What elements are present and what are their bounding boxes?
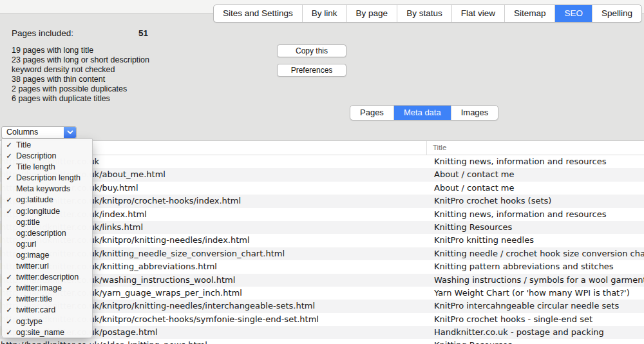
table-row[interactable]: http://handknitter.co.uk/knitpro/knittin… [0, 300, 644, 312]
columns-menu-item[interactable]: ✓ twitter:title [2, 294, 92, 305]
columns-menu-item[interactable]: ✓ og:image [2, 250, 92, 261]
table-row[interactable]: http://handknitter.co.uk/knitpro/crochet… [0, 195, 644, 207]
view-tab-label: SEO [564, 8, 583, 18]
summary-line: 2 pages with possible duplicates [12, 84, 256, 94]
columns-menu-item[interactable]: ✓ Meta keywords [2, 184, 92, 195]
table-row[interactable]: http://handknitter.co.uk/knitting_needle… [0, 247, 644, 260]
url-cell: http://handknitter.co.uk/older_knitting_… [0, 339, 428, 344]
table-row[interactable]: http://handknitter.co.uk/knitpro/crochet… [0, 313, 644, 326]
columns-menu-item-label: og:type [16, 316, 92, 327]
copy-this-button[interactable]: Copy this [277, 44, 346, 57]
columns-menu-item-label: og:title [16, 217, 92, 228]
table-row[interactable]: http://handknitter.co.uk/postage.html Ha… [0, 326, 644, 339]
columns-menu-item[interactable]: ✓ og:url [2, 239, 92, 250]
view-tab[interactable]: By link [302, 5, 346, 22]
columns-menu-item-label: og:longitude [16, 206, 92, 217]
seo-summary: Pages included: 51 19 pages with long ti… [12, 28, 256, 103]
summary-line: 23 pages with long or short description [12, 55, 256, 65]
columns-menu-item[interactable]: ✓ twitter:url [2, 261, 92, 272]
title-cell: Knitting Resources [428, 339, 644, 344]
table-row[interactable]: http://handknitter.co.uk/index.html Knit… [0, 208, 644, 221]
columns-menu-item[interactable]: ✓ og:latitude [2, 195, 92, 205]
columns-menu-item-label: og:site_name [16, 327, 92, 338]
view-tab[interactable]: SEO [554, 5, 592, 22]
columns-menu-item-label: Description [16, 151, 92, 162]
columns-menu-item[interactable]: ✓ og:description [2, 228, 92, 239]
table-row[interactable]: http://handknitter.co.uk/buy.html About … [0, 182, 644, 195]
view-tab-label: By status [406, 8, 442, 18]
columns-dropdown-button[interactable]: Columns [1, 126, 77, 139]
title-cell: Washing instructions / symbols for a woo… [428, 274, 644, 287]
checkmark-icon: ✓ [2, 283, 16, 294]
view-tab[interactable]: By page [346, 5, 397, 22]
columns-menu-item-label: Title [16, 140, 92, 151]
pages-included-label: Pages included: [12, 28, 73, 38]
data-view-tab-label: Pages [360, 108, 384, 117]
view-tab[interactable]: By status [397, 5, 451, 22]
view-tab-label: By page [356, 8, 388, 18]
columns-menu-item[interactable]: ✓ twitter:card [2, 305, 92, 316]
title-cell: Knitting news, information and resources [428, 155, 644, 168]
summary-line: 38 pages with thin content [12, 75, 256, 84]
columns-menu: ✓ Title ✓ Description ✓ Title length ✓ D… [1, 139, 93, 338]
data-view-tab-label: Meta data [404, 108, 441, 117]
checkmark-icon: ✓ [2, 327, 16, 338]
table-row[interactable]: http://handknitter.co.uk Knitting news, … [0, 155, 644, 168]
view-tab[interactable]: Flat view [451, 5, 504, 22]
data-view-tab[interactable]: Pages [350, 106, 393, 120]
table-row[interactable]: http://handknitter.co.uk/knitpro/knittin… [0, 234, 644, 247]
view-tab-label: Sitemap [514, 8, 546, 18]
table-row[interactable]: http://handknitter.co.uk/older_knitting_… [0, 339, 644, 344]
columns-menu-item[interactable]: ✓ og:type [2, 316, 92, 327]
view-tab[interactable]: Sites and Settings [214, 5, 302, 22]
summary-line: keyword density not checked [12, 65, 256, 75]
title-cell: KnitPro knitting needles [428, 234, 644, 247]
view-tabs: Sites and Settings By link By page By st… [213, 5, 642, 23]
title-column-header[interactable]: Title [427, 141, 644, 155]
checkmark-icon: ✓ [2, 151, 16, 162]
preferences-button[interactable]: Preferences [277, 64, 346, 77]
title-cell: Knitting news, information and resources [428, 208, 644, 221]
columns-menu-item[interactable]: ✓ twitter:image [2, 283, 92, 294]
data-view-tab[interactable]: Meta data [393, 106, 451, 120]
table-row[interactable]: http://handknitter.co.uk/yarn_guage_wrap… [0, 287, 644, 300]
columns-menu-item-label: twitter:image [16, 283, 92, 294]
checkmark-icon: ✓ [2, 195, 16, 205]
columns-menu-item[interactable]: ✓ Title length [2, 162, 92, 173]
columns-menu-item[interactable]: ✓ twitter:description [2, 272, 92, 283]
app-window: { "colors": { "accent_blue": "#3e82f7", … [0, 0, 644, 344]
columns-menu-item-label: og:url [16, 239, 92, 250]
view-tab[interactable]: Sitemap [504, 5, 555, 22]
summary-line: 19 pages with long title [12, 46, 256, 55]
table-row[interactable]: http://handknitter.co.uk/links.html Knit… [0, 221, 644, 234]
columns-menu-item[interactable]: ✓ Description [2, 151, 92, 162]
table-header: Title [0, 141, 644, 155]
columns-menu-item-label: twitter:url [16, 261, 92, 272]
columns-menu-item[interactable]: ✓ og:site_name [2, 327, 92, 338]
view-tab-label: Flat view [461, 8, 495, 18]
columns-menu-item[interactable]: ✓ og:longitude [2, 206, 92, 217]
columns-menu-item-label: Meta keywords [16, 184, 92, 195]
summary-line: 6 pages with duplicate titles [12, 94, 256, 104]
meta-data-table: Title http://handknitter.co.uk Knitting … [0, 140, 644, 344]
checkmark-icon: ✓ [2, 294, 16, 305]
title-cell: KnitPro crochet hooks - single-end set [428, 313, 644, 326]
columns-menu-item-label: Title length [16, 162, 92, 173]
title-cell: Knitting Resources [428, 221, 644, 234]
columns-menu-item[interactable]: ✓ Title [2, 140, 92, 151]
checkmark-icon: ✓ [2, 272, 16, 283]
checkmark-icon: ✓ [2, 305, 16, 316]
table-row[interactable]: http://handknitter.co.uk/knitting_abbrev… [0, 260, 644, 273]
table-row[interactable]: http://handknitter.co.uk/washing_instruc… [0, 274, 644, 287]
columns-menu-item[interactable]: ✓ Description length [2, 173, 92, 184]
checkmark-icon: ✓ [2, 140, 16, 151]
data-view-tab[interactable]: Images [451, 106, 498, 120]
data-view-tabs: Pages Meta data Images [350, 105, 498, 120]
title-cell: KnitPro crochet hooks (sets) [428, 195, 644, 207]
view-tab[interactable]: Spelling [592, 5, 641, 22]
view-tab-label: Spelling [601, 8, 632, 18]
columns-menu-item[interactable]: ✓ og:title [2, 217, 92, 228]
columns-menu-item-label: og:latitude [16, 195, 92, 205]
checkmark-icon: ✓ [2, 162, 16, 173]
table-row[interactable]: http://handknitter.co.uk/about_me.html A… [0, 168, 644, 181]
